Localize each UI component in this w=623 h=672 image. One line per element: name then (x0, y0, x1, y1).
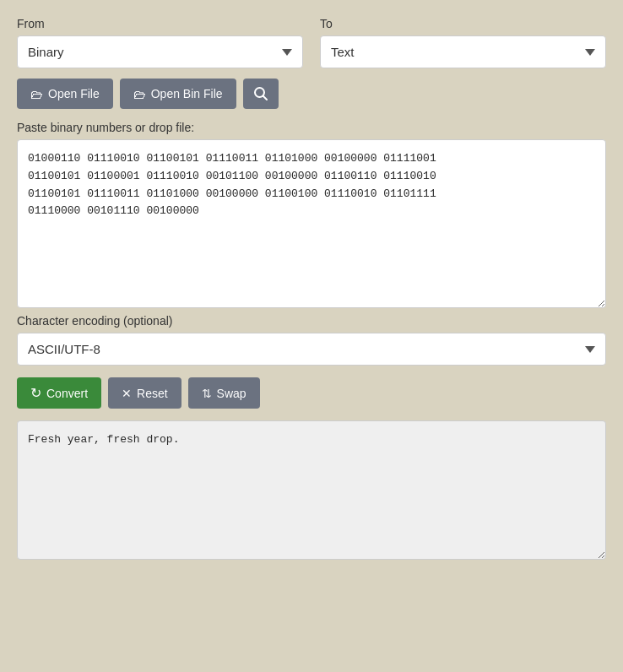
output-section: Fresh year, fresh drop. (17, 420, 606, 562)
text-output[interactable]: Fresh year, fresh drop. (17, 420, 606, 560)
action-buttons-row: ↻ Convert ✕ Reset ⇅ Swap (17, 377, 606, 409)
svg-line-1 (263, 96, 267, 100)
open-bin-file-button[interactable]: 🗁 Open Bin File (120, 79, 236, 109)
folder-bin-icon: 🗁 (133, 87, 146, 101)
to-select[interactable]: Text Binary Hex Decimal Octal Base64 (320, 35, 606, 68)
input-label: Paste binary numbers or drop file: (17, 121, 606, 134)
from-select[interactable]: Binary Text Hex Decimal Octal Base64 (17, 35, 303, 68)
encoding-select[interactable]: ASCII/UTF-8 UTF-16 ISO-8859-1 Windows-12… (17, 333, 606, 366)
open-file-button[interactable]: 🗁 Open File (17, 79, 113, 109)
input-section: Paste binary numbers or drop file: 01000… (17, 121, 606, 311)
reset-button[interactable]: ✕ Reset (108, 377, 181, 409)
open-file-label: Open File (48, 87, 100, 100)
folder-icon: 🗁 (30, 87, 43, 101)
swap-icon: ⇅ (202, 387, 212, 400)
from-group: From Binary Text Hex Decimal Octal Base6… (17, 17, 303, 68)
convert-label: Convert (46, 387, 88, 400)
x-icon: ✕ (122, 387, 132, 400)
main-container: From Binary Text Hex Decimal Octal Base6… (17, 17, 606, 562)
file-buttons-row: 🗁 Open File 🗁 Open Bin File (17, 79, 606, 109)
convert-button[interactable]: ↻ Convert (17, 377, 101, 409)
from-to-row: From Binary Text Hex Decimal Octal Base6… (17, 17, 606, 68)
encoding-label: Character encoding (optional) (17, 314, 606, 328)
swap-button[interactable]: ⇅ Swap (188, 377, 260, 409)
refresh-icon: ↻ (30, 385, 41, 401)
from-label: From (17, 17, 303, 30)
search-button[interactable] (243, 79, 279, 109)
binary-input[interactable]: 01000110 01110010 01100101 01110011 0110… (17, 139, 606, 308)
to-group: To Text Binary Hex Decimal Octal Base64 (320, 17, 606, 68)
to-label: To (320, 17, 606, 30)
search-icon (253, 86, 268, 101)
swap-label: Swap (217, 387, 246, 400)
open-bin-file-label: Open Bin File (151, 87, 223, 100)
encoding-section: Character encoding (optional) ASCII/UTF-… (17, 314, 606, 366)
reset-label: Reset (137, 387, 168, 400)
